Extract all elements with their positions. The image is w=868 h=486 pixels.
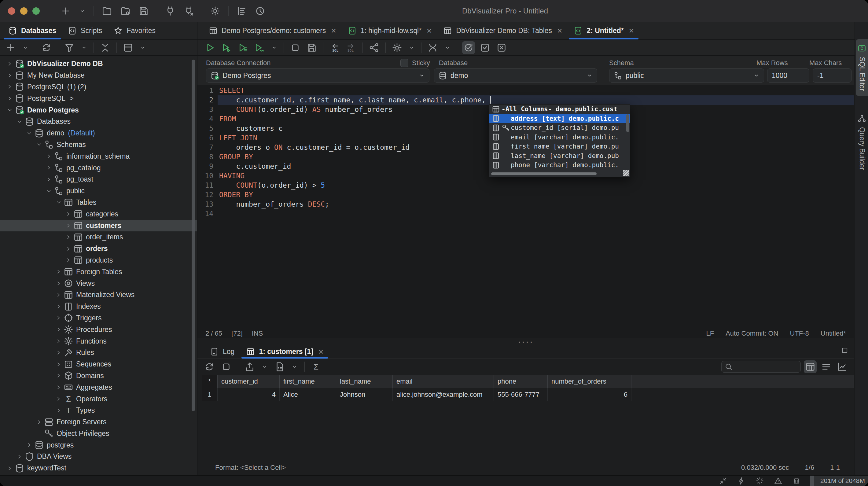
chevron-right-icon[interactable] (54, 268, 63, 275)
chevron-down-icon[interactable] (44, 188, 53, 194)
rail-tab-sql-editor[interactable]: SQL Editor (856, 39, 868, 96)
chevron-down-icon[interactable] (5, 107, 14, 113)
chevron-right-icon[interactable] (54, 384, 63, 391)
main-plug-icon[interactable] (164, 5, 177, 18)
chevron-right-icon[interactable] (54, 407, 63, 414)
sidebar-tab-databases[interactable]: Databases (2, 22, 62, 39)
chevron-right-icon[interactable] (54, 326, 63, 333)
sql-xbox-icon[interactable] (495, 41, 508, 54)
tree-item-aggregates[interactable]: Aggregates (0, 382, 197, 393)
grid-sigma-icon[interactable]: Σ (310, 361, 322, 373)
tree-item-orders[interactable]: orders (0, 243, 197, 254)
editor-tab-dbvisualizer-demo-db-tables[interactable]: DbVisualizer Demo DB: Tables× (437, 22, 568, 39)
tree-item-operators[interactable]: ΣOperators (0, 393, 197, 405)
rail-tab-query-builder[interactable]: Query Builder (856, 110, 868, 175)
minimize-window-button[interactable] (20, 7, 28, 15)
main-clock-icon[interactable] (254, 5, 267, 18)
tree-item-tables[interactable]: Tables (0, 197, 197, 209)
sql-run-icon[interactable] (204, 41, 216, 54)
autocomplete-item-phone[interactable]: phone [varchar] demo.public. (489, 160, 630, 170)
burst-icon[interactable] (754, 475, 765, 486)
warn-icon[interactable] (773, 475, 784, 486)
tree-refresh-icon[interactable] (40, 41, 53, 54)
tree-item-public[interactable]: public (0, 185, 197, 197)
column-header-number_of_orders[interactable]: number_of_orders (548, 375, 631, 388)
chevron-right-icon[interactable] (54, 338, 63, 344)
tree-item-triggers[interactable]: Triggers (0, 312, 197, 324)
autocomplete-item-email[interactable]: email [varchar] demo.public. (489, 133, 630, 142)
chevron-right-icon[interactable] (44, 176, 53, 183)
column-header-email[interactable]: email (393, 375, 494, 388)
chevron-right-icon[interactable] (64, 257, 73, 264)
sidebar-tab-favorites[interactable]: Favorites (108, 22, 161, 39)
chevron-right-icon[interactable] (64, 245, 73, 252)
tree-item-functions[interactable]: Functions (0, 335, 197, 347)
tree-caret-icon[interactable] (138, 43, 147, 52)
column-header-phone[interactable]: phone (494, 375, 548, 388)
editor-tab-1-high-mid-low-sql-[interactable]: 1: high-mid-low.sql*× (342, 22, 438, 39)
code-line-11[interactable]: 11 COUNT(o.order_id) > 5 (197, 181, 854, 190)
chevron-right-icon[interactable] (54, 396, 63, 402)
sql-share-icon[interactable] (368, 41, 380, 54)
sidebar-tab-scripts[interactable]: Scripts (62, 22, 108, 39)
grid-refresh-icon[interactable] (203, 360, 216, 373)
result-tab-1-customers-1-[interactable]: 1: customers [1]× (240, 345, 329, 359)
tree-item-keywordtest[interactable]: keywordTest (0, 462, 197, 474)
sql-caret-icon[interactable] (407, 43, 416, 52)
code-line-14[interactable]: 14 (197, 209, 854, 218)
tree-item-information-schema[interactable]: information_schema (0, 150, 197, 162)
column-header-rownum[interactable]: * (202, 375, 218, 388)
text-view-icon[interactable] (820, 360, 833, 373)
tree-item-foreign-tables[interactable]: Foreign Tables (0, 266, 197, 277)
chevron-right-icon[interactable] (64, 222, 73, 229)
tree-item-foreign-servers[interactable]: Foreign Servers (0, 416, 197, 428)
main-folder-icon[interactable] (100, 5, 114, 18)
close-tab-icon[interactable]: × (557, 26, 562, 36)
chevron-right-icon[interactable] (64, 234, 73, 241)
main-gear-icon[interactable] (209, 5, 222, 18)
tree-item-object-privileges[interactable]: Object Privileges (0, 428, 197, 439)
grid-view-icon[interactable] (804, 360, 817, 373)
code-line-2[interactable]: 2 c.customer_id, c.first_name, c.last_na… (197, 95, 854, 105)
tree-item-order-items[interactable]: order_items (0, 232, 197, 243)
tree-item-postgresql-1-2-[interactable]: PostgreSQL (1) (2) (0, 81, 197, 93)
popup-vscrollbar[interactable] (626, 114, 629, 132)
chevron-right-icon[interactable] (5, 84, 14, 90)
cell-customer_id[interactable]: 4 (218, 388, 280, 401)
tree-item-domains[interactable]: Domains (0, 370, 197, 382)
close-tab-icon[interactable]: × (318, 347, 323, 357)
autocomplete-item--all[interactable]: -All Columns- demo.public.cust (489, 104, 630, 114)
tree-item-demo-postgres[interactable]: Demo Postgres (0, 104, 197, 116)
tree-caret-icon[interactable] (21, 43, 30, 52)
tree-item-databases[interactable]: Databases (0, 116, 197, 127)
search-input[interactable] (721, 361, 801, 373)
sql-runWave-icon[interactable] (253, 41, 266, 54)
column-header-last_name[interactable]: last_name (336, 375, 393, 388)
memory-indicator[interactable]: 201M of 2048M (810, 476, 868, 486)
main-plus-icon[interactable] (59, 5, 72, 18)
close-tab-icon[interactable]: × (427, 26, 432, 36)
tree-item-dbvisualizer-demo-db[interactable]: DbVisualizer Demo DB (0, 58, 197, 70)
sql-runCur-icon[interactable] (220, 41, 233, 54)
chevron-right-icon[interactable] (64, 211, 73, 217)
editor-tab-demo-postgres-demo-customers[interactable]: Demo Postgres/demo: customers× (203, 22, 342, 39)
grid-caret-icon[interactable] (260, 362, 269, 371)
bolt-icon[interactable] (736, 475, 747, 486)
sql-merge-icon[interactable] (426, 41, 439, 54)
maximize-results-icon[interactable] (841, 346, 848, 354)
cell-number_of_orders[interactable]: 6 (548, 388, 631, 401)
column-header-customer_id[interactable]: customer_id (218, 375, 280, 388)
tree-panel-icon[interactable] (122, 41, 134, 54)
cell-email[interactable]: alice.johnson@example.com (393, 388, 494, 401)
max-chars-input[interactable]: -1 (813, 68, 851, 83)
sql-caret-icon[interactable] (443, 43, 452, 52)
chevron-right-icon[interactable] (54, 350, 63, 356)
result-tab-log[interactable]: Log (204, 345, 240, 359)
main-save-icon[interactable] (137, 5, 150, 18)
tree-item-postgres[interactable]: postgres (0, 439, 197, 451)
tree-item-pg-toast[interactable]: pg_toast (0, 174, 197, 185)
sql-redoSql-icon[interactable]: SQL (345, 41, 358, 54)
tree-filter-icon[interactable] (63, 41, 76, 54)
sql-undoSql-icon[interactable]: SQL (328, 41, 341, 54)
chevron-right-icon[interactable] (25, 442, 34, 448)
